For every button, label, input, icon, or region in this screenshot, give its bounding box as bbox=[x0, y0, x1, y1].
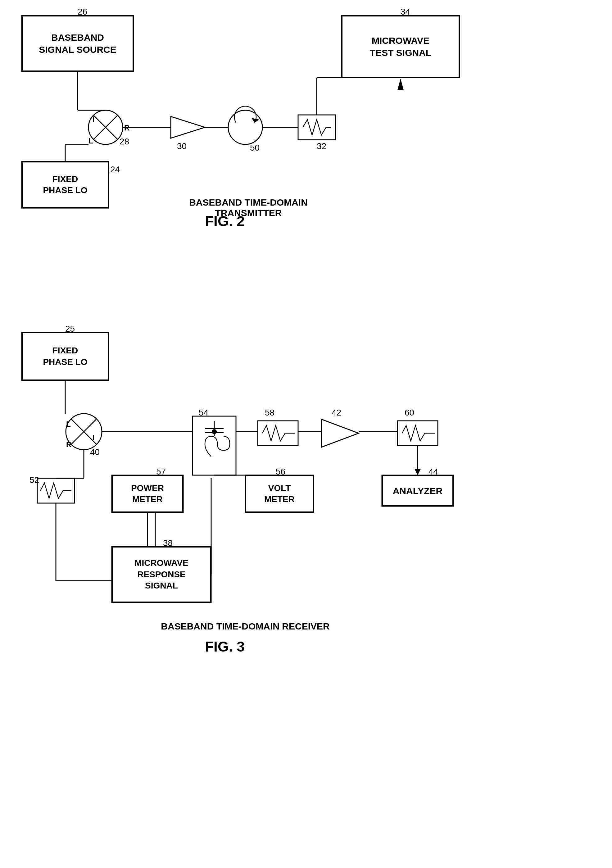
ref-50: 50 bbox=[250, 143, 260, 153]
ref-54: 54 bbox=[199, 408, 208, 418]
svg-marker-33 bbox=[321, 419, 359, 447]
ref-57: 57 bbox=[156, 467, 166, 477]
baseband-signal-source-box: BASEBANDSIGNAL SOURCE bbox=[22, 16, 133, 71]
svg-line-5 bbox=[94, 116, 117, 139]
microwave-test-signal-box: MICROWAVETEST SIGNAL bbox=[342, 16, 460, 78]
svg-rect-32 bbox=[258, 421, 298, 446]
svg-marker-53 bbox=[415, 469, 421, 475]
svg-marker-6 bbox=[171, 116, 205, 138]
fig2-caption: BASEBAND TIME-DOMAIN TRANSMITTER bbox=[155, 197, 342, 218]
fig3-title: FIG. 3 bbox=[205, 638, 245, 655]
fig3-caption: BASEBAND TIME-DOMAIN RECEIVER bbox=[152, 621, 338, 632]
analyzer-box: ANALYZER bbox=[382, 475, 453, 506]
svg-point-31 bbox=[212, 429, 217, 434]
microwave-response-signal-box: MICROWAVERESPONSESIGNAL bbox=[112, 547, 211, 603]
svg-line-4 bbox=[94, 116, 117, 139]
ref-34: 34 bbox=[401, 7, 410, 17]
ref-32: 32 bbox=[317, 141, 326, 151]
ref-28: 28 bbox=[119, 136, 129, 147]
ref-56: 56 bbox=[276, 467, 285, 477]
svg-rect-26 bbox=[192, 416, 236, 475]
mixer-label-I-fig3: I bbox=[93, 433, 95, 442]
diagram-svg bbox=[0, 0, 612, 868]
fixed-phase-lo-box-fig2: FIXEDPHASE LO bbox=[22, 161, 108, 208]
ref-42: 42 bbox=[332, 408, 341, 418]
svg-rect-34 bbox=[397, 421, 438, 446]
fixed-phase-lo-box-fig3: FIXEDPHASE LO bbox=[22, 332, 108, 380]
ref-52: 52 bbox=[29, 475, 39, 485]
svg-point-7 bbox=[228, 110, 262, 144]
ref-25: 25 bbox=[65, 324, 75, 334]
ref-60: 60 bbox=[404, 408, 414, 418]
volt-meter-box: VOLTMETER bbox=[245, 475, 314, 512]
fig2-title: FIG. 2 bbox=[205, 213, 245, 229]
ref-30: 30 bbox=[177, 141, 187, 151]
mixer-label-L-fig2: L bbox=[88, 136, 93, 145]
mixer-label-R-fig2: R bbox=[124, 124, 130, 132]
svg-rect-9 bbox=[298, 115, 335, 140]
ref-44: 44 bbox=[429, 467, 438, 477]
mixer-label-L-fig3: L bbox=[66, 420, 71, 429]
ref-24: 24 bbox=[110, 164, 120, 175]
svg-marker-20 bbox=[397, 79, 404, 90]
ref-58: 58 bbox=[265, 408, 274, 418]
mixer-label-R-fig3: R bbox=[66, 440, 71, 449]
diagram-container: BASEBANDSIGNAL SOURCE MICROWAVETEST SIGN… bbox=[0, 0, 612, 868]
svg-rect-25 bbox=[37, 478, 74, 503]
power-meter-box: POWERMETER bbox=[112, 475, 183, 512]
ref-38: 38 bbox=[163, 538, 173, 548]
mixer-label-I-fig2: I bbox=[93, 115, 95, 124]
ref-40: 40 bbox=[90, 447, 100, 457]
ref-26: 26 bbox=[77, 7, 87, 17]
svg-marker-8 bbox=[251, 118, 259, 122]
